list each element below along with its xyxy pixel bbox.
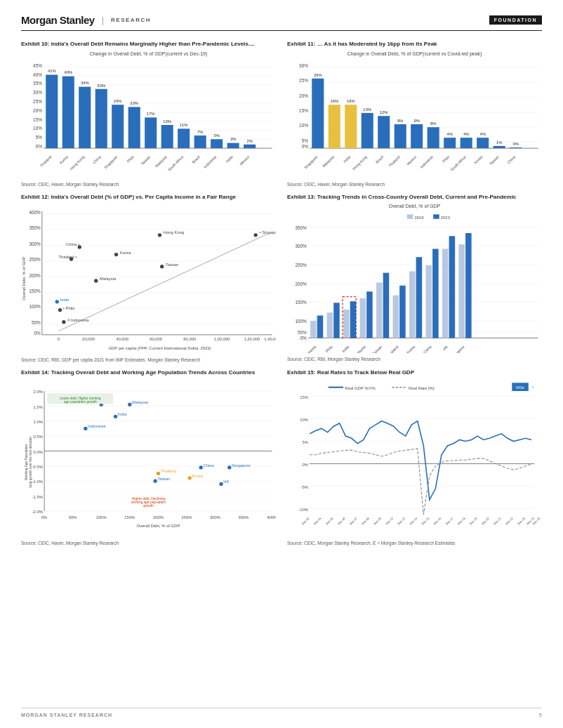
svg-text:Korea: Korea — [192, 474, 203, 478]
svg-text:24%: 24% — [114, 99, 122, 103]
svg-rect-26 — [95, 89, 107, 148]
exhibit-13-chart: 2019 2023 350% 300% 250% 200% 150% 100% … — [287, 211, 542, 355]
svg-text:• Phils: • Phils — [63, 306, 74, 310]
svg-text:1,40,000: 1,40,000 — [264, 338, 276, 342]
svg-text:China: China — [506, 154, 516, 164]
svg-rect-20 — [46, 74, 58, 148]
svg-text:50%: 50% — [69, 515, 77, 519]
exhibit-15: Exhibit 15: Real Rates to Track Below Re… — [287, 369, 542, 545]
svg-text:South Africa: South Africa — [449, 154, 467, 172]
exhibit-11-chart-label: Change in Overall Debt, % of GDP(current… — [287, 51, 542, 56]
svg-point-144 — [253, 234, 257, 237]
svg-text:Indonesia: Indonesia — [203, 154, 218, 169]
svg-text:China: China — [92, 154, 102, 164]
svg-text:Mar-08: Mar-08 — [361, 516, 371, 526]
svg-rect-186 — [333, 303, 340, 338]
svg-text:250%: 250% — [181, 515, 192, 519]
svg-text:25%: 25% — [299, 78, 308, 83]
svg-text:Thailand: Thailand — [161, 469, 176, 473]
svg-rect-190 — [366, 292, 373, 338]
exhibit-14: Exhibit 14: Tracking Overall Debt and Wo… — [21, 369, 276, 545]
svg-rect-187 — [343, 310, 350, 338]
svg-text:Hong Kong: Hong Kong — [164, 230, 184, 234]
svg-rect-22 — [62, 76, 74, 147]
svg-text:GDP per capita (PPP, Current I: GDP per capita (PPP, Current Internation… — [108, 347, 211, 351]
exhibit-14-title: Exhibit 14: Tracking Overall Debt and Wo… — [21, 369, 276, 377]
svg-text:Mar-19: Mar-19 — [469, 516, 479, 526]
svg-text:9%: 9% — [397, 119, 403, 123]
svg-text:MSe: MSe — [516, 385, 524, 390]
svg-text:0%: 0% — [302, 462, 307, 466]
svg-text:India: India — [60, 298, 69, 302]
svg-text:China •: China • — [66, 242, 79, 246]
svg-text:Taiwan: Taiwan — [157, 477, 170, 481]
exhibit-14-source: Source: CEIC, Haver, Morgan Stanley Rese… — [21, 541, 276, 545]
svg-text:5%: 5% — [302, 138, 309, 143]
svg-text:4%: 4% — [446, 132, 452, 136]
svg-text:26%: 26% — [314, 72, 322, 77]
svg-point-156 — [55, 300, 59, 304]
svg-text:Malaysia: Malaysia — [100, 277, 117, 281]
svg-text:250%: 250% — [29, 258, 41, 263]
svg-rect-193 — [393, 296, 399, 338]
svg-text:Mar-02: Mar-02 — [301, 516, 311, 526]
svg-text:5%: 5% — [36, 135, 43, 140]
svg-text:2.0%: 2.0% — [34, 390, 43, 394]
exhibit-10: Exhibit 10: India's Overall Debt Remains… — [21, 41, 276, 187]
svg-rect-28 — [112, 105, 124, 148]
svg-text:13%: 13% — [163, 119, 171, 124]
svg-text:Singapore: Singapore — [103, 154, 118, 169]
svg-text:Thailand: Thailand — [386, 345, 399, 353]
svg-text:Mar-06: Mar-06 — [337, 516, 347, 526]
exhibit-15-source: Source: CEIC, Morgan Stanley Research, E… — [287, 541, 542, 545]
svg-text:150%: 150% — [124, 515, 135, 519]
svg-text:Thailand •: Thailand • — [58, 255, 77, 259]
svg-text:-1.5%: -1.5% — [32, 494, 43, 498]
exhibit-11-source: Source: CEIC, Haver, Morgan Stanley Rese… — [287, 182, 542, 187]
svg-point-254 — [227, 465, 231, 469]
svg-text:12%: 12% — [380, 110, 388, 114]
svg-rect-93 — [477, 138, 489, 148]
svg-rect-85 — [411, 124, 423, 148]
svg-text:350%: 350% — [29, 226, 41, 231]
svg-text:250%: 250% — [295, 263, 307, 267]
svg-text:100%: 100% — [96, 515, 107, 519]
svg-text:0%: 0% — [512, 142, 518, 146]
svg-text:13%: 13% — [363, 107, 371, 112]
foundation-badge: FOUNDATION — [489, 15, 542, 25]
svg-text:Brazil: Brazil — [375, 154, 385, 164]
svg-text:Mar-18: Mar-18 — [457, 516, 467, 526]
svg-text:1.5%: 1.5% — [34, 404, 43, 409]
svg-text:working age population: working age population — [131, 501, 166, 504]
svg-rect-200 — [449, 237, 456, 338]
svg-text:4%: 4% — [463, 132, 469, 136]
svg-text:Indonesia: Indonesia — [303, 345, 317, 353]
svg-text:Real Rate (%): Real Rate (%) — [409, 386, 435, 390]
svg-text:300%: 300% — [295, 244, 307, 249]
svg-text:33%: 33% — [97, 83, 105, 87]
svg-text:300%: 300% — [29, 241, 41, 246]
svg-text:-5%: -5% — [300, 485, 307, 489]
svg-text:Working Age Population: Working Age Population — [25, 444, 28, 479]
svg-text:Singapore: Singapore — [232, 463, 251, 468]
svg-rect-95 — [494, 146, 505, 148]
svg-rect-36 — [178, 128, 190, 148]
svg-text:150%: 150% — [29, 289, 41, 293]
svg-text:Mar-07: Mar-07 — [349, 516, 359, 526]
exhibit-10-chart: 45% 40% 35% 30% 25% 20% 15% 10% 5% 0% — [21, 58, 276, 180]
svg-text:Real GDP YoY%: Real GDP YoY% — [345, 386, 376, 390]
svg-rect-199 — [442, 249, 449, 338]
svg-text:South Africa: South Africa — [167, 154, 185, 172]
svg-text:Phils: Phils — [324, 345, 333, 353]
svg-text:350%: 350% — [295, 225, 307, 230]
svg-text:India: India — [343, 154, 351, 163]
svg-text:11%: 11% — [180, 123, 188, 127]
svg-text:-0.5%: -0.5% — [32, 465, 43, 469]
svg-rect-91 — [461, 138, 472, 148]
svg-point-262 — [219, 482, 223, 485]
svg-text:16%: 16% — [347, 99, 355, 103]
svg-text:2019: 2019 — [415, 216, 424, 220]
svg-text:Singapore: Singapore — [303, 154, 318, 169]
svg-rect-192 — [383, 273, 390, 338]
svg-rect-164 — [433, 215, 439, 219]
